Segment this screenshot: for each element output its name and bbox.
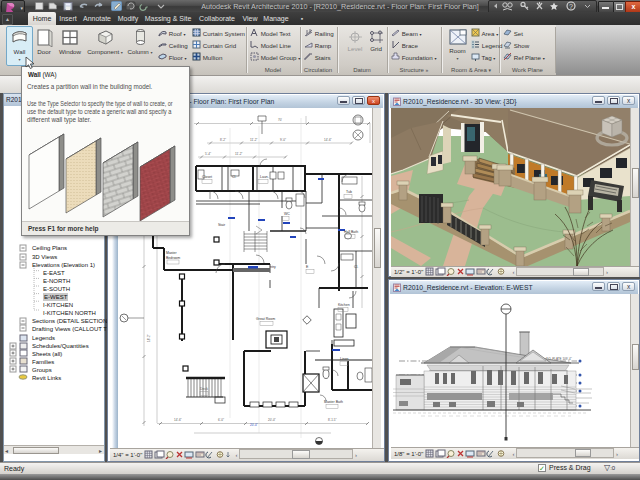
svg-text:Laun.: Laun. [260, 175, 269, 179]
svg-text:Master Bath: Master Bath [324, 400, 343, 404]
svg-text:Tub: Tub [346, 190, 352, 194]
svg-text:Entry: Entry [270, 265, 309, 269]
svg-text:Cl.: Cl. [354, 265, 358, 269]
svg-text:18'-2": 18'-2" [147, 334, 151, 342]
svg-text:Linen: Linen [340, 357, 349, 361]
svg-text:Deck: Deck [200, 387, 208, 391]
svg-text:11'-2": 11'-2" [250, 138, 257, 142]
svg-text:20'-0": 20'-0" [268, 418, 276, 422]
svg-text:6'-0": 6'-0" [218, 418, 224, 422]
svg-text:Bedroom: Bedroom [166, 256, 180, 260]
svg-text:Master: Master [166, 251, 178, 255]
svg-text:WC: WC [284, 212, 290, 216]
svg-text:5'-4": 5'-4" [205, 152, 211, 156]
svg-text:Great Room: Great Room [256, 317, 275, 321]
svg-text:?: ? [569, 3, 573, 10]
svg-text:70': 70' [278, 118, 282, 122]
svg-text:Closet: Closet [202, 175, 212, 179]
svg-text:Kitchen: Kitchen [338, 303, 350, 307]
svg-text:20'-0": 20'-0" [250, 423, 258, 427]
svg-text:14'-6": 14'-6" [324, 138, 332, 142]
svg-text:Cl.: Cl. [232, 175, 236, 179]
svg-text:14'-6": 14'-6" [174, 418, 182, 422]
svg-text:8'-2": 8'-2" [220, 138, 226, 142]
svg-text:11'-2": 11'-2" [235, 152, 242, 156]
svg-text:9'-0": 9'-0" [280, 138, 286, 142]
svg-text:Stair: Stair [218, 223, 226, 227]
svg-text:8'-1.5": 8'-1.5" [328, 418, 336, 422]
svg-text:Hall Bath: Hall Bath [344, 230, 358, 234]
